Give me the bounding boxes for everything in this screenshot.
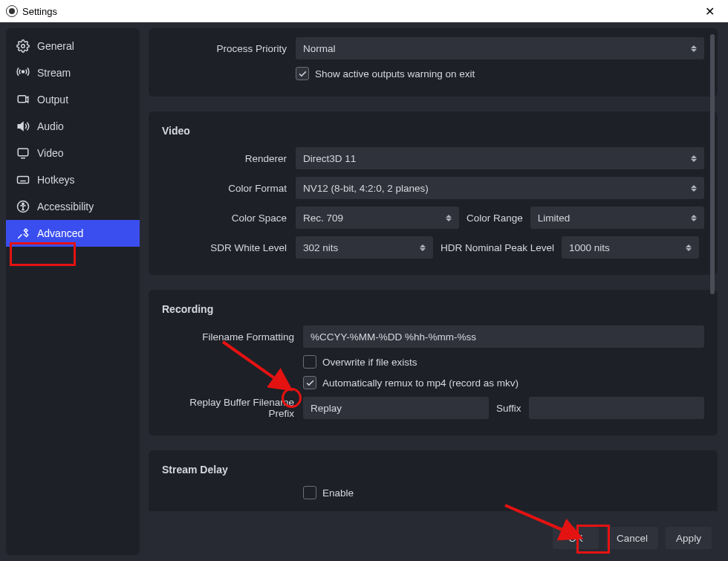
settings-scroll-area[interactable]: Process Priority Normal Show active outp…	[149, 28, 718, 511]
svg-point-0	[22, 45, 25, 48]
svg-rect-4	[18, 177, 29, 184]
sidebar-item-hotkeys[interactable]: Hotkeys	[6, 166, 140, 193]
svg-point-6	[22, 203, 24, 204]
obs-logo-icon	[6, 5, 18, 17]
color-range-select[interactable]: Limited	[530, 207, 704, 229]
sidebar-item-label: Advanced	[37, 227, 83, 239]
sidebar-item-general[interactable]: General	[6, 33, 140, 59]
process-priority-select[interactable]: Normal	[296, 37, 704, 59]
color-space-label: Color Space	[162, 213, 296, 224]
gear-icon	[16, 39, 30, 53]
stream-delay-enable-checkbox[interactable]: Enable	[303, 486, 354, 499]
sdr-white-level-spinbox[interactable]: 302 nits	[296, 236, 433, 259]
replay-suffix-input[interactable]	[529, 397, 704, 419]
settings-sidebar: General Stream Output Audio Video Hotkey…	[6, 28, 140, 555]
renderer-label: Renderer	[162, 153, 296, 164]
accessibility-icon	[16, 200, 30, 213]
section-general-partial: Process Priority Normal Show active outp…	[149, 28, 718, 97]
filename-formatting-label: Filename Formatting	[162, 331, 303, 343]
titlebar: Settings ✕	[0, 0, 728, 22]
section-recording: Recording Filename Formatting %CCYY-%MM-…	[149, 290, 718, 435]
svg-point-1	[22, 71, 25, 73]
overwrite-if-exists-checkbox[interactable]: Overwrite if file exists	[303, 355, 417, 369]
replay-prefix-input[interactable]: Replay	[303, 397, 489, 419]
svg-rect-3	[18, 149, 28, 156]
output-icon	[16, 93, 30, 106]
sidebar-item-audio[interactable]: Audio	[6, 113, 140, 140]
sdr-white-level-label: SDR White Level	[162, 242, 296, 253]
color-format-label: Color Format	[162, 183, 296, 194]
section-heading-stream-delay: Stream Delay	[162, 464, 704, 476]
svg-rect-2	[18, 96, 26, 103]
broadcast-icon	[16, 66, 30, 80]
color-space-select[interactable]: Rec. 709	[296, 207, 459, 229]
scrollbar[interactable]	[710, 34, 715, 294]
sidebar-item-label: Stream	[37, 67, 71, 79]
keyboard-icon	[16, 173, 30, 187]
monitor-icon	[16, 146, 30, 160]
suffix-label: Suffix	[496, 403, 521, 414]
section-heading-video: Video	[162, 125, 704, 137]
dialog-footer: OK Cancel Apply	[553, 527, 712, 549]
sidebar-item-accessibility[interactable]: Accessibility	[6, 193, 140, 220]
ok-button[interactable]: OK	[553, 527, 599, 549]
show-active-outputs-checkbox[interactable]: Show active outputs warning on exit	[296, 67, 475, 80]
sidebar-item-label: Video	[37, 147, 64, 159]
hdr-nominal-peak-spinbox[interactable]: 1000 nits	[562, 236, 699, 259]
cancel-button[interactable]: Cancel	[606, 527, 658, 549]
color-format-select[interactable]: NV12 (8-bit, 4:2:0, 2 planes)	[296, 177, 704, 199]
section-heading-recording: Recording	[162, 303, 704, 315]
renderer-select[interactable]: Direct3D 11	[296, 147, 704, 169]
section-video: Video Renderer Direct3D 11 Color Format …	[149, 111, 718, 275]
hdr-nominal-peak-label: HDR Nominal Peak Level	[441, 242, 554, 253]
process-priority-label: Process Priority	[162, 43, 296, 54]
apply-button[interactable]: Apply	[666, 527, 712, 549]
sidebar-item-output[interactable]: Output	[6, 86, 140, 113]
color-range-label: Color Range	[467, 213, 523, 224]
sidebar-item-advanced[interactable]: Advanced	[6, 220, 140, 247]
sidebar-item-label: Audio	[37, 120, 64, 132]
section-stream-delay: Stream Delay Enable	[149, 450, 718, 511]
sidebar-item-label: Accessibility	[37, 201, 94, 213]
sidebar-item-video[interactable]: Video	[6, 140, 140, 166]
window-close-button[interactable]: ✕	[698, 4, 722, 19]
sidebar-item-stream[interactable]: Stream	[6, 59, 140, 86]
filename-formatting-input[interactable]: %CCYY-%MM-%DD %hh-%mm-%ss	[303, 325, 704, 348]
sidebar-item-label: Output	[37, 94, 68, 106]
sidebar-item-label: Hotkeys	[37, 174, 75, 186]
sidebar-item-label: General	[37, 40, 74, 52]
replay-prefix-label: Replay Buffer Filename Prefix	[162, 397, 303, 419]
audio-icon	[16, 120, 30, 133]
auto-remux-mp4-checkbox[interactable]: Automatically remux to mp4 (record as mk…	[303, 376, 519, 389]
window-title: Settings	[22, 6, 57, 17]
tools-icon	[16, 227, 30, 240]
